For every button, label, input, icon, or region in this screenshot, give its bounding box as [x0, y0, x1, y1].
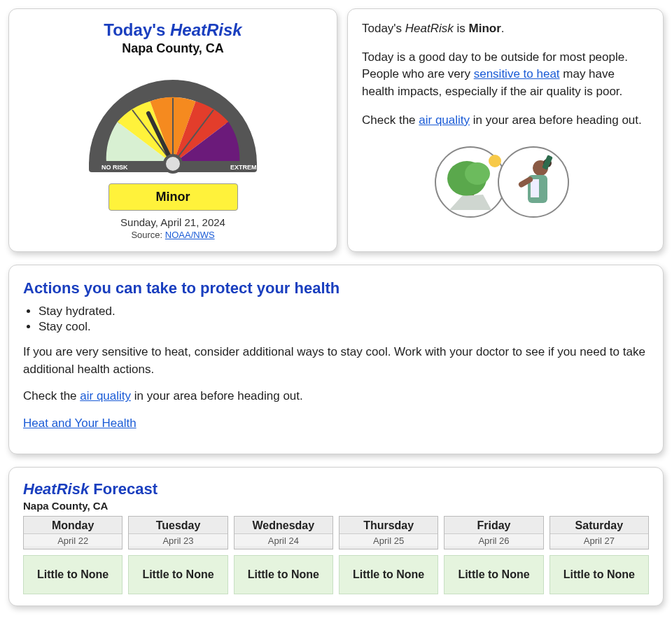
source-line: Source: NOAA/NWS — [23, 230, 323, 240]
title-prefix: Today's — [104, 20, 170, 39]
forecast-location: Napa County, CA — [23, 500, 649, 512]
summary-card: Today's HeatRisk is Minor. Today is a go… — [347, 8, 664, 252]
actions-para-2: Check the air quality in your area befor… — [23, 388, 649, 405]
action-item: Stay cool. — [38, 320, 649, 334]
air-quality-link-2[interactable]: air quality — [80, 389, 131, 402]
forecast-day-header: Monday April 22 — [23, 516, 122, 550]
gauge-high-label: EXTREME — [230, 164, 261, 171]
actions-card: Actions you can take to protect your hea… — [8, 265, 664, 454]
air-quality-link[interactable]: air quality — [419, 113, 470, 127]
svg-point-9 — [465, 162, 490, 185]
svg-point-5 — [164, 155, 181, 172]
actions-heading: Actions you can take to protect your hea… — [23, 279, 649, 298]
heatrisk-gauge: NO RISK EXTREME — [23, 59, 323, 178]
title-brand: HeatRisk — [170, 20, 242, 39]
today-heatrisk-card: Today's HeatRisk Napa County, CA NO RISK — [8, 8, 337, 252]
forecast-risk-cell: Little to None — [23, 555, 122, 594]
summary-line-3: Check the air quality in your area befor… — [362, 112, 649, 130]
risk-level-badge: Minor — [108, 183, 238, 211]
forecast-day-header: Wednesday April 24 — [234, 516, 333, 550]
forecast-risk-cell: Little to None — [550, 555, 649, 594]
source-link[interactable]: NOAA/NWS — [165, 230, 215, 240]
forecast-risk-cell: Little to None — [128, 555, 227, 594]
svg-rect-16 — [531, 179, 539, 197]
forecast-day-header: Friday April 26 — [444, 516, 543, 550]
today-title: Today's HeatRisk — [23, 20, 323, 40]
summary-line-1: Today's HeatRisk is Minor. — [362, 20, 649, 38]
forecast-risk-cell: Little to None — [339, 555, 438, 594]
forecast-day-header: Tuesday April 23 — [128, 516, 227, 550]
forecast-day-header: Thursday April 25 — [339, 516, 438, 550]
heat-and-health-link[interactable]: Heat and Your Health — [23, 416, 136, 430]
svg-point-10 — [489, 155, 501, 167]
forecast-risk-cell: Little to None — [444, 555, 543, 594]
sensitive-to-heat-link[interactable]: sensitive to heat — [474, 67, 560, 80]
today-date: Sunday, April 21, 2024 — [23, 216, 323, 228]
actions-para-1: If you are very sensitive to heat, consi… — [23, 344, 649, 378]
summary-illustration — [362, 140, 649, 224]
gauge-low-label: NO RISK — [102, 164, 128, 171]
action-item: Stay hydrated. — [38, 304, 649, 318]
forecast-card: HeatRisk Forecast Napa County, CA Monday… — [8, 467, 664, 606]
forecast-day-header: Saturday April 27 — [550, 516, 649, 550]
forecast-risk-cell: Little to None — [234, 555, 333, 594]
forecast-heading: HeatRisk Forecast — [23, 480, 649, 498]
today-location: Napa County, CA — [23, 41, 323, 56]
forecast-grid: Monday April 22 Tuesday April 23 Wednesd… — [23, 516, 649, 594]
actions-list: Stay hydrated. Stay cool. — [38, 304, 649, 334]
summary-line-2: Today is a good day to be outside for mo… — [362, 49, 649, 101]
